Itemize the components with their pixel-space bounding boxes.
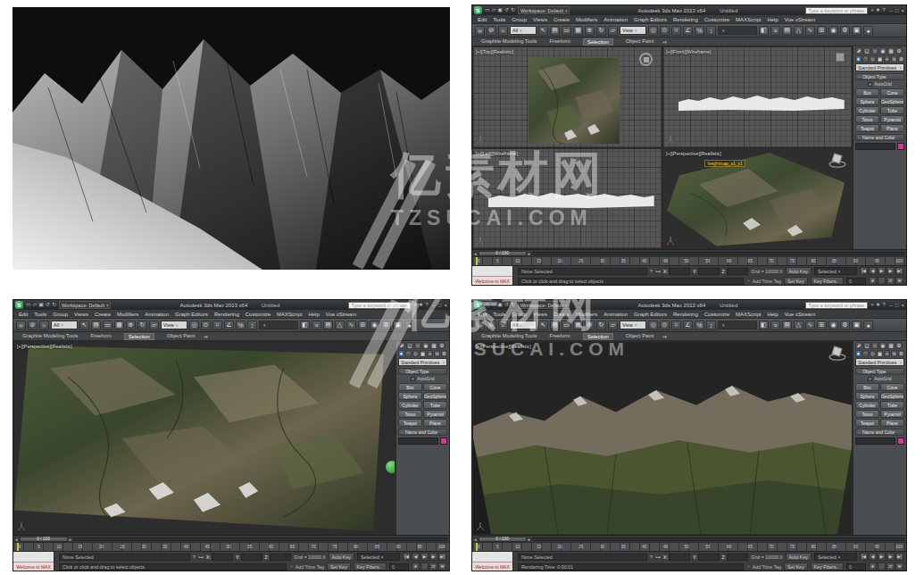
y-field[interactable]	[698, 554, 720, 561]
menu-item[interactable]: Group	[512, 312, 527, 317]
percent-snap-icon[interactable]: %	[695, 26, 704, 36]
time-slider-prev-icon[interactable]: ◂	[474, 251, 477, 256]
align-icon[interactable]: ≡	[770, 321, 780, 330]
ribbon-tab[interactable]: Object Paint	[626, 38, 654, 46]
object-name-input[interactable]	[855, 143, 895, 150]
space-warps-icon[interactable]: ≋	[891, 350, 897, 357]
infocenter-search-input[interactable]	[348, 302, 411, 309]
primitive-button[interactable]: Plane	[423, 419, 447, 427]
rectangular-region-icon[interactable]: ▭	[562, 26, 571, 36]
name-color-rollout-header[interactable]: − Name and Color	[855, 134, 904, 141]
rendered-frame-window-icon[interactable]: ▣	[393, 321, 403, 330]
zoom-icon[interactable]: ⊕	[412, 562, 420, 571]
angle-snap-icon[interactable]: ∠	[224, 321, 234, 330]
primitive-category-dropdown[interactable]: Standard Primitives ▾	[855, 63, 904, 71]
auto-key-button[interactable]: Auto Key	[786, 553, 812, 561]
rendered-frame-window-icon[interactable]: ▣	[852, 26, 862, 36]
primitive-button[interactable]: Torus	[855, 115, 879, 123]
primitive-button[interactable]: Sphere	[398, 392, 422, 400]
z-field[interactable]	[270, 554, 291, 561]
infocenter-search-input[interactable]	[805, 7, 868, 14]
close-button[interactable]: ×	[901, 8, 904, 13]
modify-tab-icon[interactable]: ◱	[406, 342, 413, 349]
zoom-extents-icon[interactable]: ⊡	[887, 277, 895, 285]
key-filters-button[interactable]: Key Filters...	[811, 277, 844, 285]
select-and-move-icon[interactable]: ⊕	[126, 321, 136, 330]
time-slider-groove[interactable]	[532, 538, 904, 541]
z-field[interactable]	[727, 268, 748, 275]
time-slider-next-icon[interactable]: ▸	[529, 537, 531, 542]
y-field[interactable]	[698, 268, 720, 275]
viewport-label[interactable]: [+][Perspective][Realistic]	[17, 344, 72, 349]
menu-item[interactable]: Tools	[34, 312, 46, 317]
select-and-manipulate-icon[interactable]: ⊙	[201, 321, 211, 330]
primitive-button[interactable]: Torus	[855, 410, 879, 418]
undo-icon[interactable]: ↺	[46, 301, 50, 309]
autogrid-checkbox[interactable]: AutoGrid	[398, 375, 447, 382]
primitive-button[interactable]: Teapot	[398, 419, 422, 427]
space-warps-icon[interactable]: ≋	[891, 55, 897, 62]
cameras-icon[interactable]: ▣	[877, 55, 883, 62]
current-frame-field[interactable]: 0	[846, 563, 866, 571]
play-icon[interactable]: ▶	[420, 553, 429, 561]
title-bar[interactable]: S ▭▱▣↺↻ Workspace: Default ▾ Autodesk 3d…	[13, 300, 449, 310]
use-pivot-center-icon[interactable]: ◎	[189, 321, 199, 330]
reference-coordinate-dropdown[interactable]: View ▾	[161, 321, 187, 329]
use-pivot-center-icon[interactable]: ◎	[648, 26, 658, 36]
minimize-button[interactable]: –	[433, 303, 436, 308]
menu-item[interactable]: Modifiers	[576, 312, 597, 317]
previous-frame-icon[interactable]: ◀	[412, 553, 420, 561]
selection-lock-icon[interactable]: ⊶	[655, 554, 661, 560]
favorites-star-icon[interactable]: ★	[419, 301, 423, 309]
window-crossing-icon[interactable]: ▦	[573, 26, 583, 36]
search-icon[interactable]: ⌖	[413, 301, 416, 309]
systems-icon[interactable]: ⚙	[898, 55, 904, 62]
zoom-extents-icon[interactable]: ⊡	[887, 562, 895, 571]
ribbon-tab[interactable]: Freeform	[90, 333, 112, 340]
select-and-scale-icon[interactable]: ▱	[608, 26, 618, 36]
create-tab-icon[interactable]: ⬈	[855, 47, 862, 54]
help-icon[interactable]: ?	[425, 301, 428, 309]
utilities-tab-icon[interactable]: ⚙	[438, 342, 445, 349]
prompt-help-icon[interactable]: ?	[650, 554, 653, 560]
menu-item[interactable]: MAXScript	[736, 17, 761, 22]
bind-to-space-warp-icon[interactable]: ≈	[39, 321, 49, 330]
angle-snap-icon[interactable]: ∠	[683, 26, 693, 36]
primitive-button[interactable]: Tube	[880, 401, 904, 409]
geometry-icon[interactable]: ●	[855, 350, 862, 357]
listener-pink-pane[interactable]: Welcome to MAX	[472, 562, 512, 572]
cameras-icon[interactable]: ▣	[877, 350, 883, 357]
primitive-button[interactable]: GeoSphere	[423, 392, 447, 400]
display-tab-icon[interactable]: ▦	[887, 342, 895, 349]
close-button[interactable]: ×	[444, 303, 447, 308]
y-field[interactable]	[241, 554, 262, 561]
primitive-button[interactable]: Cylinder	[855, 106, 879, 114]
time-slider-prev-icon[interactable]: ◂	[15, 537, 18, 542]
track-bar[interactable]: 0510152025303540455055606570758085909510…	[472, 542, 906, 551]
window-crossing-icon[interactable]: ▦	[114, 321, 124, 330]
render-production-icon[interactable]: ●	[863, 26, 873, 36]
hierarchy-tab-icon[interactable]: ⌗	[414, 342, 421, 349]
pan-icon[interactable]: ↔	[878, 562, 886, 571]
x-field[interactable]	[212, 554, 233, 561]
render-production-icon[interactable]: ●	[863, 321, 873, 330]
previous-frame-icon[interactable]: ◀	[869, 553, 877, 561]
menu-item[interactable]: Tools	[493, 17, 505, 22]
new-scene-icon[interactable]: ▭	[26, 301, 31, 309]
select-and-manipulate-icon[interactable]: ⊙	[660, 321, 670, 330]
zoom-icon[interactable]: ⊕	[869, 277, 877, 285]
viewport-front[interactable]: [+][Front][Wireframe]	[663, 47, 852, 147]
viewport-label[interactable]: [+][Front][Wireframe]	[666, 49, 712, 54]
primitive-button[interactable]: Plane	[880, 419, 904, 427]
select-object-icon[interactable]: ↖	[538, 321, 548, 330]
primitive-button[interactable]: Sphere	[855, 392, 879, 400]
viewport-label[interactable]: [+][Top][Realistic]	[476, 49, 513, 54]
select-and-link-icon[interactable]: ∞	[16, 321, 26, 330]
time-slider-groove[interactable]	[73, 538, 447, 541]
motion-tab-icon[interactable]: ◉	[879, 47, 887, 54]
save-file-icon[interactable]: ▣	[38, 301, 44, 309]
zoom-icon[interactable]: ⊕	[869, 562, 877, 571]
lights-icon[interactable]: ◇	[870, 350, 876, 357]
ribbon-tab[interactable]: Selection	[583, 38, 613, 46]
primitive-category-dropdown[interactable]: Standard Primitives ▾	[855, 358, 904, 366]
